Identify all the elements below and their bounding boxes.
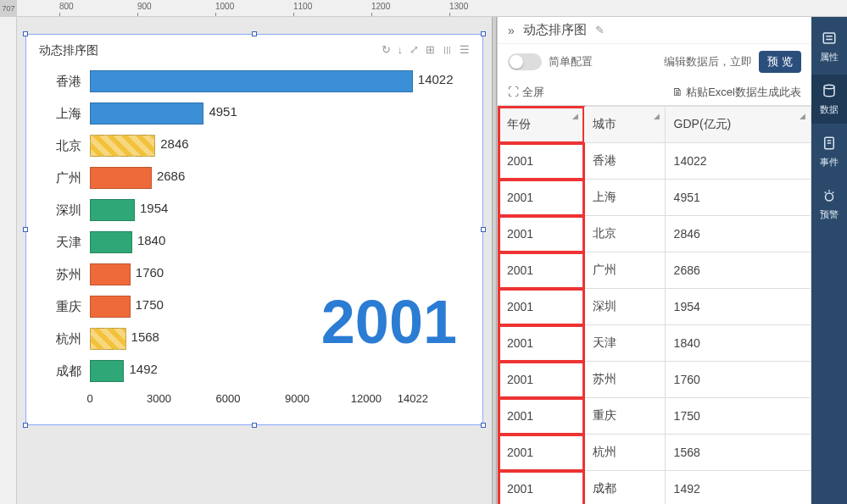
bar-value-label: 1750 xyxy=(136,297,164,312)
table-row[interactable]: 2001天津1840 xyxy=(499,325,811,362)
collapse-icon[interactable]: » xyxy=(508,24,515,37)
resize-handle[interactable] xyxy=(23,227,28,232)
panel-header: » 动态排序图 ✎ xyxy=(498,17,811,44)
paste-excel-link[interactable]: 🗎 粘贴Excel数据生成此表 xyxy=(672,85,801,100)
resize-handle[interactable] xyxy=(481,423,486,428)
bar-value-label: 1840 xyxy=(137,233,165,247)
table-cell[interactable]: 成都 xyxy=(584,471,665,505)
table-row[interactable]: 2001上海4951 xyxy=(499,180,811,216)
table-cell[interactable]: 重庆 xyxy=(584,398,665,435)
x-tick: 6000 xyxy=(215,392,240,405)
x-tick: 0 xyxy=(86,392,92,405)
table-cell[interactable]: 1840 xyxy=(665,325,811,362)
table-cell[interactable]: 上海 xyxy=(584,180,665,216)
bar-fill xyxy=(90,102,203,125)
table-cell[interactable]: 2001 xyxy=(499,435,584,471)
table-cell[interactable]: 1750 xyxy=(665,398,811,435)
edit-icon[interactable]: ✎ xyxy=(595,24,605,36)
chart-tool-icon[interactable]: ⤢ xyxy=(410,43,419,56)
bar-fill xyxy=(90,360,124,382)
table-cell[interactable]: 2001 xyxy=(499,289,584,325)
preview-button[interactable]: 预 览 xyxy=(759,51,801,73)
table-header-cell[interactable]: 城市◢ xyxy=(584,107,665,143)
table-cell[interactable]: 2001 xyxy=(499,252,584,289)
table-cell[interactable]: 2001 xyxy=(499,362,584,398)
sort-icon[interactable]: ◢ xyxy=(654,112,660,120)
resize-handle[interactable] xyxy=(481,227,486,232)
chart-tool-icon[interactable]: ⊞ xyxy=(426,43,435,56)
table-row[interactable]: 2001重庆1750 xyxy=(499,398,811,435)
chart-widget[interactable]: 动态排序图 ↻↓⤢⊞⫼☰ 香港 14022 上海 4951 北京 2846 广州… xyxy=(25,34,483,425)
data-table[interactable]: 年份◢城市◢GDP(亿元)◢ 2001香港140222001上海49512001… xyxy=(498,105,811,504)
table-cell[interactable]: 1760 xyxy=(665,362,811,398)
chart-tool-icon[interactable]: ↻ xyxy=(382,43,391,56)
table-cell[interactable]: 2001 xyxy=(499,471,584,505)
sort-icon[interactable]: ◢ xyxy=(572,112,578,120)
chart-tool-icon[interactable]: ☰ xyxy=(460,43,470,56)
table-cell[interactable]: 广州 xyxy=(584,252,665,289)
resize-handle[interactable] xyxy=(23,31,28,36)
iconbar-alert[interactable]: 预警 xyxy=(811,180,847,229)
vertical-ruler xyxy=(0,17,17,504)
table-row[interactable]: 2001杭州1568 xyxy=(499,435,811,471)
table-cell[interactable]: 深圳 xyxy=(584,289,665,325)
bar-value-label: 1760 xyxy=(136,265,164,280)
table-cell[interactable]: 天津 xyxy=(584,325,665,362)
table-cell[interactable]: 1568 xyxy=(665,435,811,471)
table-cell[interactable]: 1492 xyxy=(665,471,811,505)
table-cell[interactable]: 2001 xyxy=(499,325,584,362)
resize-handle[interactable] xyxy=(481,31,486,36)
table-row[interactable]: 2001北京2846 xyxy=(499,216,811,252)
table-header-cell[interactable]: GDP(亿元)◢ xyxy=(665,107,811,143)
side-panel: » 动态排序图 ✎ 简单配置 编辑数据后，立即 预 览 ⛶ 全屏 🗎 粘贴Exc… xyxy=(497,17,811,504)
table-cell[interactable]: 4951 xyxy=(665,180,811,216)
table-row[interactable]: 2001广州2686 xyxy=(499,252,811,289)
panel-title: 动态排序图 xyxy=(523,22,587,38)
chart-tool-icon[interactable]: ⫼ xyxy=(442,43,453,56)
table-cell[interactable]: 杭州 xyxy=(584,435,665,471)
right-icon-bar: 属性数据事件预警 xyxy=(811,17,847,504)
table-row[interactable]: 2001深圳1954 xyxy=(499,289,811,325)
resize-handle[interactable] xyxy=(252,31,257,36)
table-cell[interactable]: 北京 xyxy=(584,216,665,252)
x-tick: 14022 xyxy=(398,392,428,405)
bar-value-label: 2686 xyxy=(157,169,185,183)
x-tick: 9000 xyxy=(285,392,309,405)
table-cell[interactable]: 2001 xyxy=(499,143,584,180)
events-icon xyxy=(822,136,837,152)
table-header-cell[interactable]: 年份◢ xyxy=(499,107,584,143)
svg-line-9 xyxy=(825,191,827,193)
resize-handle[interactable] xyxy=(23,423,28,428)
simple-config-toggle[interactable] xyxy=(508,53,542,70)
table-row[interactable]: 2001苏州1760 xyxy=(499,362,811,398)
table-row[interactable]: 2001香港14022 xyxy=(499,143,811,180)
chart-tool-icon[interactable]: ↓ xyxy=(398,43,404,56)
resize-handle[interactable] xyxy=(252,423,257,428)
table-cell[interactable]: 14022 xyxy=(665,143,811,180)
x-tick: 3000 xyxy=(147,392,171,405)
table-cell[interactable]: 2001 xyxy=(499,216,584,252)
table-cell[interactable]: 2846 xyxy=(665,216,811,252)
ruler-corner: 707 xyxy=(0,0,17,17)
table-row[interactable]: 2001成都1492 xyxy=(499,471,811,505)
iconbar-props[interactable]: 属性 xyxy=(811,22,847,71)
table-cell[interactable]: 1954 xyxy=(665,289,811,325)
table-cell[interactable]: 苏州 xyxy=(584,362,665,398)
bar-fill xyxy=(90,135,155,157)
table-cell[interactable]: 2001 xyxy=(499,398,584,435)
table-cell[interactable]: 2686 xyxy=(665,252,811,289)
iconbar-events[interactable]: 事件 xyxy=(811,127,847,176)
bar-category-label: 成都 xyxy=(39,363,90,379)
iconbar-data[interactable]: 数据 xyxy=(811,75,847,124)
alert-icon xyxy=(822,188,837,205)
fullscreen-link[interactable]: ⛶ 全屏 xyxy=(508,85,544,100)
table-cell[interactable]: 香港 xyxy=(584,143,665,180)
bar-value-label: 1492 xyxy=(129,362,157,376)
ruler-tick: 900 xyxy=(137,2,152,11)
table-cell[interactable]: 2001 xyxy=(499,180,584,216)
sort-icon[interactable]: ◢ xyxy=(800,112,805,120)
bar-row: 成都 1492 xyxy=(39,355,470,387)
bar-value-label: 1954 xyxy=(140,201,168,215)
design-canvas[interactable]: 动态排序图 ↻↓⤢⊞⫼☰ 香港 14022 上海 4951 北京 2846 广州… xyxy=(17,17,492,504)
chart-toolbar: ↻↓⤢⊞⫼☰ xyxy=(382,43,471,56)
